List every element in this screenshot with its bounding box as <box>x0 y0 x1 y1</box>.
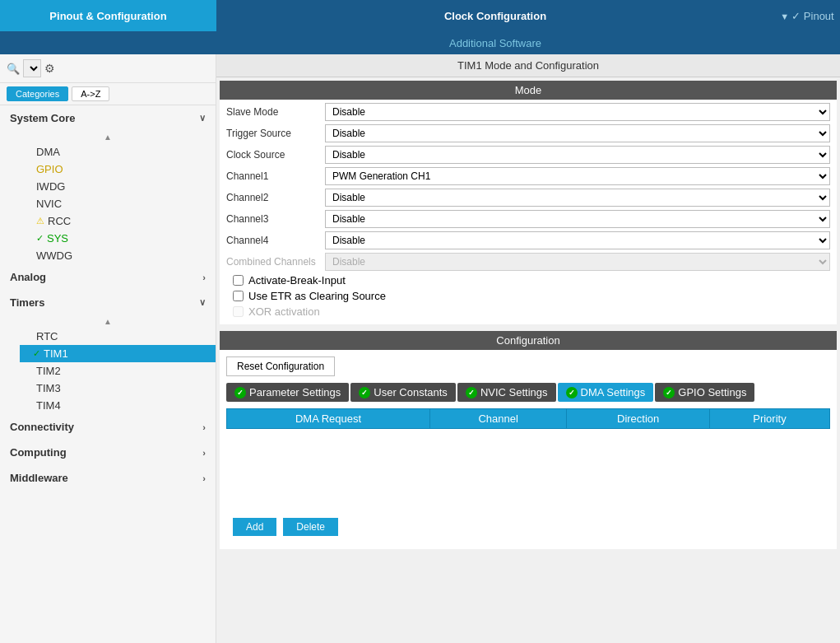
system-core-header[interactable]: System Core ∨ <box>0 105 216 131</box>
computing-section: Computing › <box>0 440 216 465</box>
analog-section: Analog › <box>0 264 216 290</box>
config-section: Configuration Reset Configuration ✓ Para… <box>220 331 837 549</box>
channel3-row: Channel3 Disable <box>226 210 830 228</box>
connectivity-header[interactable]: Connectivity › <box>0 414 216 440</box>
combined-channels-row: Combined Channels Disable <box>226 253 830 271</box>
sidebar-item-tim2[interactable]: TIM2 <box>33 362 216 380</box>
timers-label: Timers <box>10 296 44 309</box>
analog-header[interactable]: Analog › <box>0 264 216 290</box>
content-title: TIM1 Mode and Configuration <box>216 54 840 77</box>
sidebar-item-sys[interactable]: ✓ SYS <box>33 230 216 247</box>
combined-channels-select: Disable <box>325 253 830 271</box>
search-bar: 🔍 ⚙ <box>0 54 216 83</box>
sidebar-item-tim1[interactable]: ✓ TIM1 <box>20 345 216 362</box>
sidebar-item-gpio[interactable]: GPIO <box>33 161 216 178</box>
mode-body: Slave Mode Disable Trigger Source Disabl… <box>220 100 837 324</box>
clock-source-label: Clock Source <box>226 149 325 161</box>
sidebar-item-rtc[interactable]: RTC <box>33 328 216 345</box>
config-tabs: ✓ Parameter Settings ✓ User Constants ✓ … <box>226 383 830 402</box>
sidebar-item-dma[interactable]: DMA <box>33 143 216 161</box>
wwdg-label: WWDG <box>36 249 72 262</box>
channel4-select[interactable]: Disable <box>325 231 830 249</box>
tim4-label: TIM4 <box>36 399 61 412</box>
computing-header[interactable]: Computing › <box>0 440 216 465</box>
add-button[interactable]: Add <box>233 518 276 536</box>
sidebar-item-tim3[interactable]: TIM3 <box>33 380 216 397</box>
computing-label: Computing <box>10 446 67 459</box>
tab-parameter-settings[interactable]: ✓ Parameter Settings <box>226 383 349 402</box>
tab-gpio-settings[interactable]: ✓ GPIO Settings <box>655 383 754 402</box>
middleware-header[interactable]: Middleware › <box>0 465 216 491</box>
dma-settings-label: DMA Settings <box>581 386 646 398</box>
sys-label: SYS <box>47 232 68 245</box>
clock-source-select[interactable]: Disable <box>325 146 830 164</box>
nvic-settings-label: NVIC Settings <box>480 386 548 398</box>
delete-button[interactable]: Delete <box>283 518 338 536</box>
channel3-label: Channel3 <box>226 213 325 225</box>
tim1-label: TIM1 <box>44 347 68 360</box>
dma-table: DMA Request Channel Direction Priority <box>226 408 830 429</box>
activate-break-label: Activate-Break-Input <box>248 274 346 287</box>
secondary-left <box>0 31 216 54</box>
use-etr-checkbox[interactable] <box>233 291 244 301</box>
xor-activation-label: XOR activation <box>248 305 320 318</box>
combined-channels-label: Combined Channels <box>226 256 325 268</box>
sidebar-item-rcc[interactable]: ⚠ RCC <box>33 212 216 230</box>
clock-header-label: Clock Configuration <box>444 10 546 22</box>
tab-dma-settings[interactable]: ✓ DMA Settings <box>558 383 654 402</box>
slave-mode-label: Slave Mode <box>226 106 325 118</box>
analog-label: Analog <box>10 271 46 283</box>
pinout-header[interactable]: Pinout & Configuration <box>0 0 216 31</box>
channel1-select[interactable]: PWM Generation CH1 <box>325 167 830 185</box>
sidebar-item-nvic[interactable]: NVIC <box>33 195 216 212</box>
categories-tab[interactable]: Categories <box>7 86 68 101</box>
dma-col-request: DMA Request <box>227 409 430 429</box>
channel2-select[interactable]: Disable <box>325 189 830 207</box>
reset-config-button[interactable]: Reset Configuration <box>226 356 335 376</box>
system-core-label: System Core <box>10 112 75 124</box>
dma-settings-icon: ✓ <box>566 387 578 398</box>
clock-header[interactable]: Clock Configuration <box>216 0 774 31</box>
az-tab[interactable]: A->Z <box>72 86 109 101</box>
timers-section: Timers ∨ ▲ RTC ✓ TIM1 TIM2 TIM3 <box>0 290 216 414</box>
search-select[interactable] <box>23 59 41 77</box>
tim3-label: TIM3 <box>36 382 61 394</box>
slave-mode-select[interactable]: Disable <box>325 103 830 121</box>
activate-break-checkbox[interactable] <box>233 275 244 286</box>
mode-header: Mode <box>220 81 837 100</box>
additional-software-label: Additional Software <box>216 31 774 54</box>
system-core-section: System Core ∨ ▲ DMA GPIO IWDG NVIC ⚠ <box>0 105 216 264</box>
xor-activation-checkbox <box>233 306 244 317</box>
dma-label: DMA <box>36 146 60 158</box>
system-core-items: DMA GPIO IWDG NVIC ⚠ RCC ✓ SYS <box>0 143 216 264</box>
timers-header[interactable]: Timers ∨ <box>0 290 216 315</box>
rcc-warn-icon: ⚠ <box>36 216 44 226</box>
tab-nvic-settings[interactable]: ✓ NVIC Settings <box>457 383 556 402</box>
config-body: Reset Configuration ✓ Parameter Settings… <box>220 350 837 549</box>
filter-tabs: Categories A->Z <box>0 83 216 105</box>
content-area: TIM1 Mode and Configuration Mode Slave M… <box>216 54 840 643</box>
connectivity-arrow: › <box>202 422 206 432</box>
activate-break-row: Activate-Break-Input <box>226 274 830 287</box>
trigger-source-row: Trigger Source Disable <box>226 124 830 142</box>
pinout-short-header: ▼ ✓ Pinout <box>774 0 840 31</box>
pinout-header-label: Pinout & Configuration <box>49 10 166 22</box>
user-constants-label: User Constants <box>374 386 448 398</box>
middleware-arrow: › <box>202 473 206 483</box>
channel3-select[interactable]: Disable <box>325 210 830 228</box>
sidebar-item-wwdg[interactable]: WWDG <box>33 247 216 264</box>
channel2-label: Channel2 <box>226 192 325 203</box>
bottom-buttons: Add Delete <box>226 511 830 543</box>
sidebar: 🔍 ⚙ Categories A->Z System Core ∨ ▲ DMA … <box>0 54 216 643</box>
gear-icon[interactable]: ⚙ <box>44 62 55 75</box>
rcc-label: RCC <box>48 215 71 227</box>
use-etr-label: Use ETR as Clearing Source <box>248 290 386 302</box>
sys-check-icon: ✓ <box>36 233 44 244</box>
sidebar-item-tim4[interactable]: TIM4 <box>33 397 216 414</box>
channel1-label: Channel1 <box>226 170 325 182</box>
nvic-settings-icon: ✓ <box>466 387 477 398</box>
nvic-label: NVIC <box>36 198 62 210</box>
sidebar-item-iwdg[interactable]: IWDG <box>33 178 216 195</box>
tab-user-constants[interactable]: ✓ User Constants <box>350 383 456 402</box>
trigger-source-select[interactable]: Disable <box>325 124 830 142</box>
